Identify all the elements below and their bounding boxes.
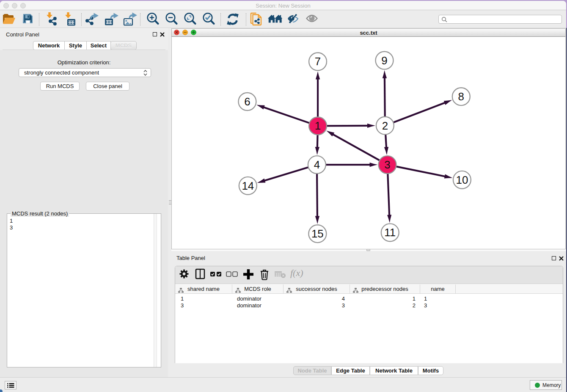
svg-text:6: 6 <box>244 96 250 108</box>
svg-text:3: 3 <box>384 159 390 171</box>
svg-text:15: 15 <box>311 228 324 240</box>
svg-text:11: 11 <box>384 226 396 238</box>
svg-text:4: 4 <box>314 159 320 171</box>
svg-text:14: 14 <box>242 180 254 192</box>
svg-text:1: 1 <box>315 120 321 132</box>
svg-text:7: 7 <box>315 55 321 67</box>
svg-text:10: 10 <box>456 174 468 186</box>
svg-text:9: 9 <box>381 55 387 66</box>
svg-text:8: 8 <box>458 91 464 102</box>
svg-text:2: 2 <box>382 120 388 132</box>
